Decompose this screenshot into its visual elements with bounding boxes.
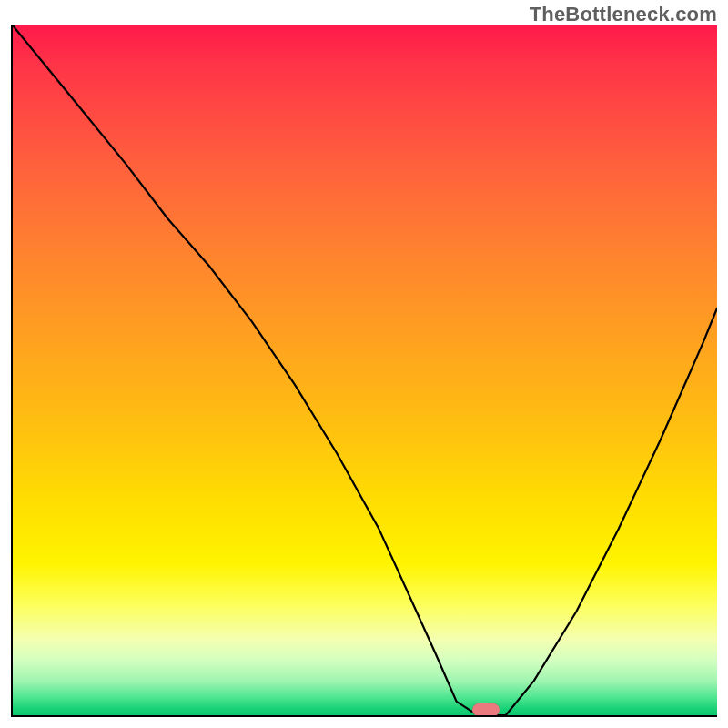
attribution-watermark: TheBottleneck.com	[530, 3, 717, 26]
bottleneck-curve	[13, 25, 717, 715]
plot-area	[11, 25, 717, 717]
optimal-point-marker	[472, 703, 500, 716]
chart-frame: TheBottleneck.com	[0, 0, 728, 728]
